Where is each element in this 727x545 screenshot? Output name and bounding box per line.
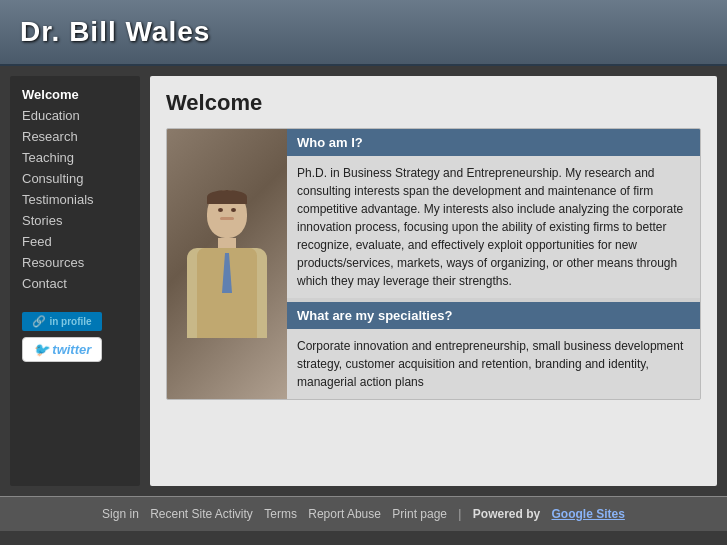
content-area: Welcome: [150, 76, 717, 486]
linkedin-button[interactable]: 🔗 in profile: [22, 312, 102, 331]
site-header: Dr. Bill Wales: [0, 0, 727, 66]
profile-card: Who am I? Ph.D. in Business Strategy and…: [166, 128, 701, 400]
site-title: Dr. Bill Wales: [20, 16, 707, 48]
person-neck: [218, 238, 236, 248]
sidebar-item-stories[interactable]: Stories: [10, 210, 140, 231]
person-head: [207, 190, 247, 238]
recent-activity-link[interactable]: Recent Site Activity: [150, 507, 253, 521]
terms-link[interactable]: Terms: [264, 507, 297, 521]
sidebar-item-consulting[interactable]: Consulting: [10, 168, 140, 189]
twitter-button[interactable]: 🐦 twitter: [22, 337, 102, 362]
sidebar-item-research[interactable]: Research: [10, 126, 140, 147]
profile-info: Who am I? Ph.D. in Business Strategy and…: [287, 129, 700, 399]
specialties-body: Corporate innovation and entrepreneurshi…: [287, 329, 700, 399]
page-title: Welcome: [166, 90, 701, 116]
main-container: Welcome Education Research Teaching Cons…: [0, 66, 727, 496]
sidebar-item-contact[interactable]: Contact: [10, 273, 140, 294]
sidebar-item-testimonials[interactable]: Testimonials: [10, 189, 140, 210]
specialties-header: What are my specialties?: [287, 302, 700, 329]
who-am-i-body: Ph.D. in Business Strategy and Entrepren…: [287, 156, 700, 298]
sidebar-item-resources[interactable]: Resources: [10, 252, 140, 273]
sidebar-item-education[interactable]: Education: [10, 105, 140, 126]
footer: Sign in Recent Site Activity Terms Repor…: [0, 496, 727, 531]
sidebar: Welcome Education Research Teaching Cons…: [10, 76, 140, 486]
google-sites-link[interactable]: Google Sites: [552, 507, 625, 521]
footer-separator: |: [458, 507, 461, 521]
sidebar-item-teaching[interactable]: Teaching: [10, 147, 140, 168]
who-am-i-header: Who am I?: [287, 129, 700, 156]
person-body: [187, 248, 267, 338]
powered-by-label: Powered by: [473, 507, 540, 521]
print-page-link[interactable]: Print page: [392, 507, 447, 521]
sign-in-link[interactable]: Sign in: [102, 507, 139, 521]
sidebar-item-feed[interactable]: Feed: [10, 231, 140, 252]
report-abuse-link[interactable]: Report Abuse: [308, 507, 381, 521]
profile-photo: [167, 129, 287, 399]
person-figure: [187, 190, 267, 338]
twitter-icon: 🐦: [33, 342, 53, 357]
sidebar-item-welcome[interactable]: Welcome: [10, 84, 140, 105]
